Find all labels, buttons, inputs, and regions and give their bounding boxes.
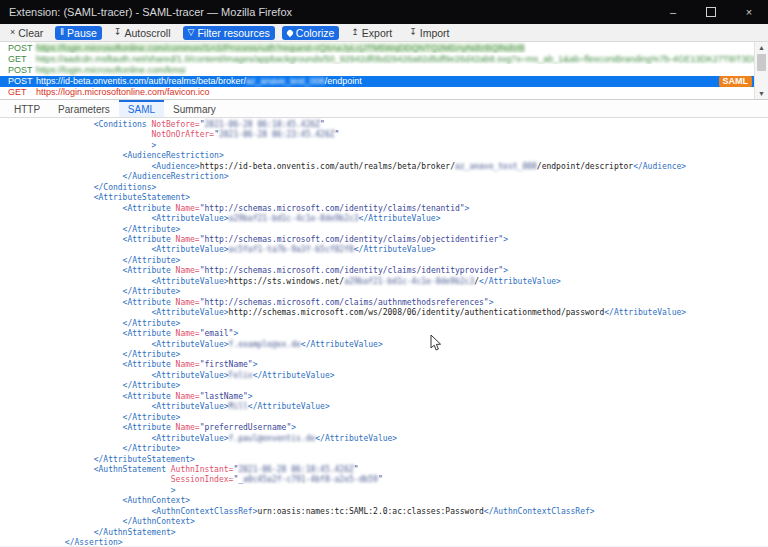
xml-line: <Attribute Name="http://schemas.microsof… (0, 298, 768, 308)
close-icon: × (746, 6, 752, 18)
xml-segment: <AttributeValue> (152, 277, 229, 286)
xml-segment: <Attribute (123, 235, 176, 244)
xml-redacted-text: Mill (229, 402, 248, 411)
xml-segment: </AudienceRestriction> (123, 172, 229, 181)
xml-segment: Name= (176, 392, 200, 401)
scrollbar-track[interactable] (755, 53, 768, 88)
xml-segment: <AttributeValue> (152, 245, 229, 254)
xml-segment: <AttributeValue> (152, 214, 229, 223)
xml-line: <AttributeValue>https://sts.windows.net/… (0, 277, 768, 287)
request-method: POST (8, 65, 36, 75)
xml-segment: https://sts.windows.net/ (229, 277, 345, 286)
xml-redacted-text: f.example@xx.de (229, 340, 301, 349)
saml-badge: SAML (719, 76, 753, 87)
xml-redacted-text: f.paul@onventis.de (229, 434, 316, 443)
xml-segment: </Attribute> (123, 381, 181, 390)
xml-line: <Attribute Name="lastName"> (0, 392, 768, 402)
xml-segment: " (378, 475, 383, 484)
title-bar: Extension: (SAML-tracer) - SAML-tracer —… (0, 0, 768, 24)
xml-segment: "http://schemas.microsoft.com/claims/aut… (200, 298, 489, 307)
xml-segment: </AttributeValue> (315, 434, 397, 443)
xml-segment: </Attribute> (123, 319, 181, 328)
xml-line: <AuthnContextClassRef>urn:oasis:names:tc… (0, 507, 768, 517)
request-method: GET (8, 54, 36, 64)
xml-segment: <Attribute (123, 423, 176, 432)
minimize-button[interactable]: – (654, 0, 692, 24)
xml-line: <AttributeValue>f.example@xx.de</Attribu… (0, 340, 768, 350)
filter-icon: ▽ (188, 28, 195, 37)
pause-label: Pause (67, 27, 97, 39)
xml-lines: <Conditions NotBefore="2021-06-28 06:18:… (0, 120, 768, 547)
window-title: Extension: (SAML-tracer) - SAML-tracer —… (9, 6, 292, 18)
xml-redacted-text: a29baf21-bd1c-4c1e-8de9b2c3 (229, 214, 359, 223)
import-button[interactable]: ↧Import (404, 26, 454, 40)
request-row[interactable]: POSThttps://login.microsoftonline.com/co… (0, 42, 754, 53)
request-url: https://aadcdn.msftauth.net/shared/1.0/c… (36, 54, 754, 64)
xml-segment: > (253, 360, 258, 369)
xml-segment: <AttributeStatement> (94, 193, 190, 202)
xml-segment: </AttributeValue> (248, 402, 330, 411)
filter-resources-button[interactable]: ▽Filter resources (183, 26, 275, 40)
minimize-icon: – (670, 6, 676, 18)
xml-line: <AuthnContext> (0, 496, 768, 506)
maximize-button[interactable] (692, 0, 730, 24)
request-row[interactable]: POSThttps://id-beta.onventis.com/auth/re… (0, 76, 754, 87)
export-icon: ↥ (351, 28, 359, 37)
xml-line: <AttributeValue>a29baf21-bd1c-4c1e-8de9b… (0, 214, 768, 224)
xml-segment: " (354, 465, 359, 474)
xml-segment: <AuthnStatement (94, 465, 171, 474)
xml-line: <Attribute Name="preferredUsername"> (0, 423, 768, 433)
xml-line: <Attribute Name="http://schemas.microsof… (0, 266, 768, 276)
scroll-down-icon[interactable]: ▼ (755, 88, 768, 99)
request-row[interactable]: GEThttps://aadcdn.msftauth.net/shared/1.… (0, 53, 754, 64)
xml-segment: <AuthnContextClassRef> (152, 507, 258, 516)
droplet-icon (286, 28, 294, 36)
export-label: Export (362, 27, 392, 39)
xml-segment: SessionIndex= (171, 475, 234, 484)
request-row[interactable]: POSThttps://login.microsoftonline.com/km… (0, 64, 754, 75)
colorize-button[interactable]: Colorize (282, 26, 340, 40)
request-list-scrollbar[interactable]: ▲ ▼ (754, 42, 768, 99)
xml-line: </AttributeStatement> (0, 455, 768, 465)
xml-line: <AudienceRestriction> (0, 151, 768, 161)
tab-saml[interactable]: SAML (119, 100, 164, 117)
request-url-segment: /endpoint (325, 76, 362, 86)
tab-summary[interactable]: Summary (164, 100, 225, 117)
autoscroll-button[interactable]: ↧Autoscroll (109, 26, 176, 40)
xml-line: </Attribute> (0, 287, 768, 297)
xml-segment: </AuthnStatement> (94, 528, 176, 537)
request-url-segment: az_anave_test_008 (246, 76, 325, 86)
xml-line: <Attribute Name="http://schemas.microsof… (0, 204, 768, 214)
xml-segment: > (171, 486, 176, 495)
xml-segment: "email" (200, 329, 234, 338)
scroll-up-icon[interactable]: ▲ (755, 42, 768, 53)
import-label: Import (420, 27, 450, 39)
clear-icon: × (10, 28, 15, 37)
xml-segment: </AttributeValue> (359, 214, 441, 223)
xml-segment: </Attribute> (123, 225, 181, 234)
request-method: POST (8, 43, 36, 53)
xml-segment: "firstName" (200, 360, 253, 369)
pause-button[interactable]: ‖Pause (55, 26, 102, 40)
xml-segment: </AttributeValue> (479, 277, 561, 286)
request-url: https://id-beta.onventis.com/auth/realms… (36, 76, 362, 86)
request-url-segment: https://login.microsoftonline.com/kmsi (36, 65, 186, 75)
close-button[interactable]: × (730, 0, 768, 24)
xml-segment: </AttributeValue> (253, 371, 335, 380)
import-icon: ↧ (409, 28, 417, 37)
xml-segment: > (248, 392, 253, 401)
xml-segment: urn:oasis:names:tc:SAML:2.0:ac:classes:P… (257, 507, 483, 516)
export-button[interactable]: ↥Export (346, 26, 397, 40)
xml-redacted-text: 2021-06-28 06:18:45.426Z (205, 120, 321, 129)
xml-segment: </Attribute> (123, 287, 181, 296)
tab-http[interactable]: HTTP (5, 100, 49, 117)
tab-parameters[interactable]: Parameters (49, 100, 119, 117)
xml-line: </Attribute> (0, 381, 768, 391)
xml-line: <Attribute Name="firstName"> (0, 360, 768, 370)
clear-button[interactable]: ×Clear (5, 26, 48, 40)
xml-redacted-text: Felix (229, 371, 253, 380)
request-row[interactable]: GEThttps://login.microsoftonline.com/fav… (0, 87, 754, 98)
xml-line: <AttributeValue>Felix</AttributeValue> (0, 371, 768, 381)
scrollbar-thumb[interactable] (757, 54, 766, 71)
pause-icon: ‖ (60, 28, 64, 37)
